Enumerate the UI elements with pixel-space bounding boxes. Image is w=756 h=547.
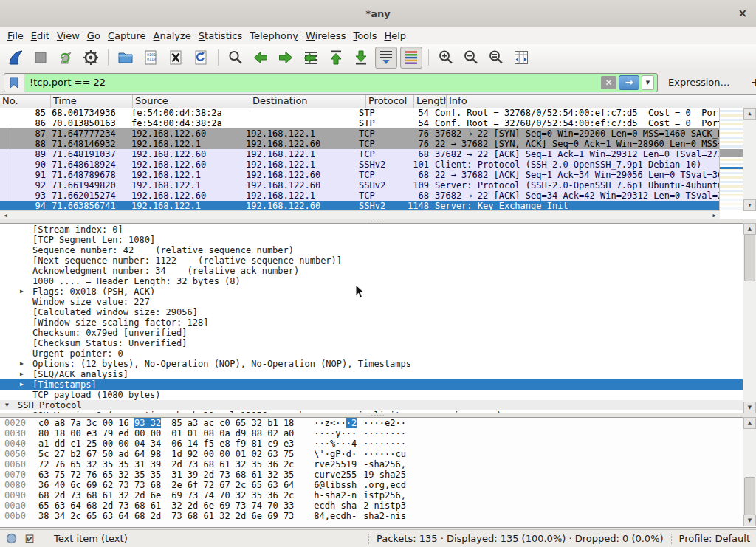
- filter-history-dropdown[interactable]: ▼: [642, 75, 654, 90]
- menu-item-tools[interactable]: Tools: [349, 28, 380, 44]
- detail-row-8[interactable]: [Calculated window size: 29056]: [0, 307, 743, 317]
- packet-row-92[interactable]: 9271.661949820192.168.122.1192.168.122.6…: [0, 180, 720, 190]
- scroll-right-icon[interactable]: ▶: [709, 212, 719, 219]
- menu-item-view[interactable]: View: [53, 28, 83, 44]
- display-filter-input[interactable]: !tcp.port == 22 ✕ → ▼: [4, 73, 658, 92]
- colorize-button[interactable]: [400, 47, 422, 69]
- bytes-scroll-thumb[interactable]: [744, 477, 755, 515]
- scroll-up-icon[interactable]: ▲: [743, 108, 756, 120]
- detail-row-11[interactable]: [Checksum Status: Unverified]: [0, 338, 743, 348]
- packet-row-85[interactable]: 8568.001734936fe:54:00:d4:38:2aSTP54Conf…: [0, 108, 720, 118]
- column-header-time[interactable]: Time: [51, 95, 133, 108]
- find-packet-button[interactable]: [224, 47, 247, 69]
- go-to-packet-button[interactable]: [300, 47, 322, 69]
- detail-row-5[interactable]: 1000 .... = Header Length: 32 bytes (8): [0, 276, 743, 286]
- hex-row-00b0[interactable]: 00b038 34 2c 65 63 64 68 2d73 68 61 32 2…: [0, 511, 756, 521]
- close-file-button[interactable]: [165, 47, 187, 69]
- detail-row-10[interactable]: Checksum: 0x79ed [unverified]: [0, 328, 743, 338]
- detail-row-3[interactable]: [Next sequence number: 1122 (relative se…: [0, 255, 743, 266]
- open-file-button[interactable]: [114, 47, 137, 69]
- scroll-down-icon[interactable]: ▼: [743, 199, 756, 211]
- expert-info-icon[interactable]: [6, 533, 17, 544]
- column-header-no[interactable]: No.: [0, 95, 51, 108]
- capture-comment-icon[interactable]: 🗹: [24, 533, 35, 545]
- stop-capture-button[interactable]: [30, 47, 52, 69]
- collapsed-arrow-icon[interactable]: ▶: [20, 286, 24, 297]
- detail-row-14[interactable]: ▶[SEQ/ACK analysis]: [0, 369, 743, 379]
- menu-item-help[interactable]: Help: [380, 28, 410, 44]
- zoom-in-button[interactable]: [435, 47, 457, 69]
- hex-row-0060[interactable]: 006072 76 65 32 35 35 31 392d 73 68 61 3…: [0, 459, 756, 469]
- detail-row-1[interactable]: [TCP Segment Len: 1080]: [0, 235, 743, 245]
- hex-row-0040[interactable]: 0040a1 dd c1 25 00 00 04 3406 14 f5 e8 f…: [0, 438, 756, 449]
- go-last-button[interactable]: [350, 47, 372, 69]
- close-window-icon[interactable]: ×: [738, 7, 747, 20]
- packet-row-89[interactable]: 8971.648191037192.168.122.60192.168.122.…: [0, 149, 720, 159]
- collapsed-arrow-icon[interactable]: ▶: [20, 369, 24, 379]
- bytes-vscrollbar[interactable]: ▲ ▼: [743, 417, 756, 526]
- menu-item-edit[interactable]: Edit: [27, 28, 53, 44]
- auto-scroll-button[interactable]: [375, 47, 397, 69]
- menu-item-telephony[interactable]: Telephony: [246, 28, 302, 44]
- packet-row-94[interactable]: 9471.663856741192.168.122.1192.168.122.6…: [0, 201, 720, 211]
- collapsed-arrow-icon[interactable]: ▶: [20, 359, 24, 369]
- go-forward-button[interactable]: [275, 47, 297, 69]
- detail-row-16[interactable]: TCP payload (1080 bytes): [0, 390, 743, 400]
- detail-row-0[interactable]: [Stream index: 0]: [0, 224, 743, 235]
- filter-clear-button[interactable]: ✕: [601, 76, 616, 89]
- expression-button[interactable]: Expression…: [668, 77, 730, 88]
- packet-row-91[interactable]: 9171.648789678192.168.122.1192.168.122.6…: [0, 170, 720, 180]
- go-back-button[interactable]: [250, 47, 272, 69]
- hex-row-00a0[interactable]: 00a065 63 64 68 2d 73 68 6132 2d 6e 69 7…: [0, 500, 756, 511]
- details-scroll-thumb[interactable]: [744, 234, 755, 281]
- hex-row-0090[interactable]: 009068 2d 73 68 61 32 2d 6e69 73 74 70 3…: [0, 490, 756, 500]
- detail-row-7[interactable]: Window size value: 227: [0, 297, 743, 307]
- column-header-destination[interactable]: Destination: [250, 95, 366, 108]
- collapsed-arrow-icon[interactable]: ▶: [20, 379, 24, 390]
- detail-row-2[interactable]: Sequence number: 42 (relative sequence n…: [0, 245, 743, 255]
- menu-item-go[interactable]: Go: [83, 28, 104, 44]
- detail-row-15[interactable]: ▶[Timestamps]: [0, 379, 743, 390]
- detail-row-9[interactable]: [Window size scaling factor: 128]: [0, 317, 743, 328]
- menu-item-analyze[interactable]: Analyze: [150, 28, 195, 44]
- hex-row-0050[interactable]: 00505c 27 b2 67 50 ad 64 981d 92 00 00 0…: [0, 449, 756, 459]
- hex-row-0020[interactable]: 0020c0 a8 7a 3c 00 16 93 3285 a3 ac c0 6…: [0, 418, 756, 428]
- packet-row-90[interactable]: 9071.648618924192.168.122.60192.168.122.…: [0, 159, 720, 170]
- save-file-button[interactable]: 01010110: [140, 47, 162, 69]
- packet-row-93[interactable]: 9371.662015274192.168.122.60192.168.122.…: [0, 190, 720, 201]
- menu-item-statistics[interactable]: Statistics: [195, 28, 246, 44]
- column-header-info[interactable]: Info: [447, 95, 756, 108]
- column-header-length[interactable]: Length: [414, 95, 447, 108]
- zoom-out-button[interactable]: [460, 47, 482, 69]
- go-first-button[interactable]: [325, 47, 347, 69]
- detail-row-4[interactable]: Acknowledgment number: 34 (relative ack …: [0, 266, 743, 276]
- menu-item-file[interactable]: File: [4, 28, 27, 44]
- start-capture-button[interactable]: [4, 47, 27, 69]
- add-filter-button[interactable]: +: [746, 75, 756, 89]
- hex-row-0070[interactable]: 007063 75 72 76 65 32 35 3531 39 2d 73 6…: [0, 469, 756, 480]
- packet-row-88[interactable]: 8871.648146932192.168.122.1192.168.122.6…: [0, 139, 720, 149]
- detail-row-6[interactable]: ▶Flags: 0x018 (PSH, ACK): [0, 286, 743, 297]
- filter-expression-text[interactable]: !tcp.port == 22: [24, 77, 601, 88]
- hex-row-0030[interactable]: 003080 18 00 e3 79 ed 00 0001 01 08 0a d…: [0, 428, 756, 438]
- filter-bookmark-button[interactable]: [4, 74, 24, 92]
- hex-row-0080[interactable]: 008036 40 6c 69 62 73 73 682e 6f 72 67 2…: [0, 480, 756, 490]
- menu-item-wireless[interactable]: Wireless: [302, 28, 349, 44]
- scroll-down-icon[interactable]: ▼: [743, 515, 756, 526]
- scroll-down-icon[interactable]: ▼: [743, 402, 756, 413]
- detail-row-12[interactable]: Urgent pointer: 0: [0, 348, 743, 359]
- scroll-up-icon[interactable]: ▲: [743, 223, 756, 235]
- restart-capture-button[interactable]: [55, 47, 77, 69]
- filter-apply-button[interactable]: →: [619, 75, 639, 90]
- scroll-up-icon[interactable]: ▲: [743, 417, 756, 429]
- reload-button[interactable]: [190, 47, 212, 69]
- scroll-left-icon[interactable]: ◀: [1, 212, 10, 219]
- zoom-100-button[interactable]: [485, 47, 507, 69]
- details-vscrollbar[interactable]: ▲ ▼: [743, 223, 756, 413]
- menu-item-capture[interactable]: Capture: [104, 28, 150, 44]
- resize-columns-button[interactable]: [510, 47, 532, 69]
- detail-row-13[interactable]: ▶Options: (12 bytes), No-Operation (NOP)…: [0, 359, 743, 369]
- packet-list-vscrollbar[interactable]: ▲ ▼: [743, 108, 756, 211]
- title-bar[interactable]: *any ×: [0, 0, 756, 28]
- profile-label[interactable]: Profile: Default: [679, 533, 750, 544]
